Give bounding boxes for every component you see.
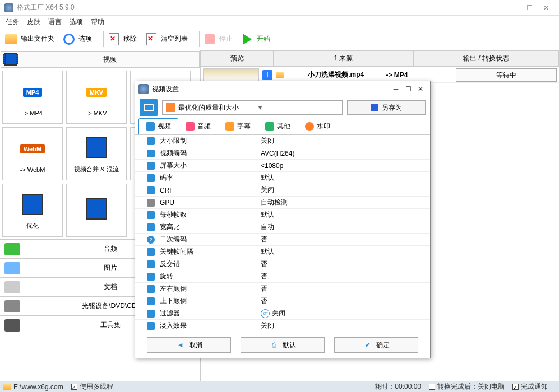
setting-value[interactable]: 默认 bbox=[258, 210, 430, 220]
check-icon: ✔ bbox=[363, 340, 373, 350]
cancel-button[interactable]: ◄取消 bbox=[147, 337, 231, 353]
tile-label: 优化 bbox=[26, 222, 39, 230]
preset-select[interactable]: 最优化的质量和大小 ▾ bbox=[162, 100, 343, 115]
format-tile[interactable]: WebM-> WebM bbox=[2, 127, 63, 180]
setting-row[interactable]: 旋转否 bbox=[135, 270, 430, 283]
setting-value[interactable]: 自动 bbox=[258, 222, 430, 232]
setting-row[interactable]: GPU自动检测 bbox=[135, 197, 430, 209]
checkbox-icon bbox=[71, 384, 77, 390]
tile-label: 视频合并 & 混流 bbox=[74, 165, 118, 174]
video-icon bbox=[146, 122, 155, 131]
setting-row[interactable]: 2二次编码否 bbox=[135, 234, 430, 246]
setting-row[interactable]: CRF关闭 bbox=[135, 184, 430, 197]
setting-key: 淡入效果 bbox=[160, 321, 187, 330]
setting-row[interactable]: 关键帧间隔默认 bbox=[135, 246, 430, 258]
preset-row: 最优化的质量和大小 ▾ 另存为 bbox=[135, 97, 430, 118]
stop-button[interactable]: 停止 bbox=[203, 32, 233, 46]
setting-icon bbox=[146, 186, 155, 195]
format-tile[interactable]: 视频合并 & 混流 bbox=[66, 127, 127, 180]
setting-value[interactable]: 关闭 bbox=[258, 136, 430, 146]
setting-value[interactable]: 自动检测 bbox=[258, 198, 430, 207]
video-category-header[interactable]: 视频 bbox=[1, 51, 200, 68]
start-button[interactable]: 开始 bbox=[241, 32, 270, 46]
format-tile[interactable]: MP4-> MP4 bbox=[2, 71, 63, 124]
setting-value[interactable]: off 关闭 bbox=[258, 309, 430, 318]
window-minimize-button[interactable]: ─ bbox=[504, 2, 521, 13]
setting-value[interactable]: 否 bbox=[258, 272, 430, 281]
options-button[interactable]: 选项 bbox=[62, 32, 92, 46]
film-icon bbox=[4, 53, 17, 66]
setting-icon bbox=[146, 137, 155, 146]
format-tile[interactable]: 优化 bbox=[2, 184, 63, 237]
menu-skin[interactable]: 皮肤 bbox=[27, 17, 40, 27]
back-arrow-icon: ◄ bbox=[175, 340, 186, 350]
clear-list-button[interactable]: 清空列表 bbox=[145, 32, 188, 46]
setting-value[interactable]: AVC(H264) bbox=[258, 150, 430, 157]
dialog-minimize-button[interactable]: ─ bbox=[390, 84, 402, 94]
info-icon[interactable]: i bbox=[262, 70, 272, 80]
setting-value[interactable]: 默认 bbox=[258, 247, 430, 256]
elapsed-time: 耗时：00:00:00 bbox=[375, 382, 421, 391]
setting-row[interactable]: 大小限制关闭 bbox=[135, 135, 430, 147]
setting-row[interactable]: 码率默认 bbox=[135, 172, 430, 184]
output-folder-button[interactable]: 输出文件夹 bbox=[4, 32, 54, 46]
setting-icon bbox=[146, 272, 155, 281]
tab-video[interactable]: 视频 bbox=[138, 118, 178, 134]
setting-row[interactable]: 反交错否 bbox=[135, 258, 430, 270]
window-maximize-button[interactable]: ☐ bbox=[521, 2, 538, 13]
tab-watermark[interactable]: 水印 bbox=[298, 118, 338, 134]
menu-options[interactable]: 选项 bbox=[70, 17, 83, 27]
format-tile[interactable]: MKV-> MKV bbox=[66, 71, 127, 124]
menu-tasks[interactable]: 任务 bbox=[6, 17, 19, 27]
col-source[interactable]: 1 来源 bbox=[274, 50, 413, 67]
setting-value[interactable]: 否 bbox=[258, 296, 430, 306]
dialog-titlebar: 视频设置 ─ ☐ ✕ bbox=[135, 81, 430, 97]
setting-row[interactable]: 淡入效果关闭 bbox=[135, 320, 430, 332]
default-button[interactable]: ⎙默认 bbox=[241, 337, 325, 353]
setting-value[interactable]: 关闭 bbox=[258, 321, 430, 330]
multithread-checkbox[interactable]: 使用多线程 bbox=[71, 382, 113, 391]
tab-other[interactable]: 其他 bbox=[258, 118, 298, 134]
notify-checkbox[interactable]: 完成通知 bbox=[512, 382, 548, 391]
default-label: 默认 bbox=[283, 340, 296, 350]
window-close-button[interactable]: ✕ bbox=[538, 2, 555, 13]
setting-value[interactable]: 否 bbox=[258, 235, 430, 244]
setting-row[interactable]: 左右颠倒否 bbox=[135, 283, 430, 295]
setting-value[interactable]: <1080p bbox=[258, 162, 430, 170]
dialog-close-button[interactable]: ✕ bbox=[414, 84, 427, 94]
setting-value[interactable]: 默认 bbox=[258, 173, 430, 183]
setting-row[interactable]: 视频编码AVC(H264) bbox=[135, 147, 430, 160]
setting-key: 过滤器 bbox=[160, 309, 180, 318]
stop-icon bbox=[203, 32, 216, 46]
tab-audio[interactable]: 音频 bbox=[178, 118, 218, 134]
setting-row[interactable]: 上下颠倒否 bbox=[135, 295, 430, 307]
remove-icon bbox=[107, 32, 121, 46]
col-output[interactable]: 输出 / 转换状态 bbox=[413, 50, 559, 67]
setting-value[interactable]: 关闭 bbox=[258, 185, 430, 195]
tile-icon: MKV bbox=[82, 78, 110, 106]
multithread-label: 使用多线程 bbox=[80, 382, 113, 391]
format-tile[interactable] bbox=[66, 184, 127, 237]
tab-subtitle[interactable]: 字幕 bbox=[218, 118, 258, 134]
setting-row[interactable]: 宽高比自动 bbox=[135, 221, 430, 234]
menu-language[interactable]: 语言 bbox=[48, 17, 62, 27]
setting-row[interactable]: 每秒帧数默认 bbox=[135, 209, 430, 221]
menu-help[interactable]: 帮助 bbox=[91, 17, 104, 27]
after-convert-checkbox[interactable]: 转换完成后：关闭电脑 bbox=[429, 382, 505, 391]
setting-value[interactable]: 否 bbox=[258, 259, 430, 269]
clear-icon bbox=[145, 32, 158, 46]
remove-button[interactable]: 移除 bbox=[107, 32, 137, 46]
output-folder-label: 输出文件夹 bbox=[21, 34, 54, 44]
output-path-button[interactable]: E:\www.x6g.com bbox=[3, 383, 63, 391]
open-folder-icon[interactable] bbox=[275, 70, 285, 80]
setting-value[interactable]: 否 bbox=[258, 284, 430, 293]
category-icon bbox=[4, 262, 20, 274]
setting-row[interactable]: 屏幕大小<1080p bbox=[135, 160, 430, 172]
ok-button[interactable]: ✔确定 bbox=[334, 337, 418, 353]
setting-row[interactable]: 过滤器off 关闭 bbox=[135, 307, 430, 320]
tile-icon bbox=[82, 134, 110, 162]
col-preview[interactable]: 预览 bbox=[201, 50, 274, 67]
tile-icon bbox=[82, 195, 110, 223]
save-as-button[interactable]: 另存为 bbox=[347, 100, 426, 115]
dialog-maximize-button[interactable]: ☐ bbox=[402, 84, 414, 94]
